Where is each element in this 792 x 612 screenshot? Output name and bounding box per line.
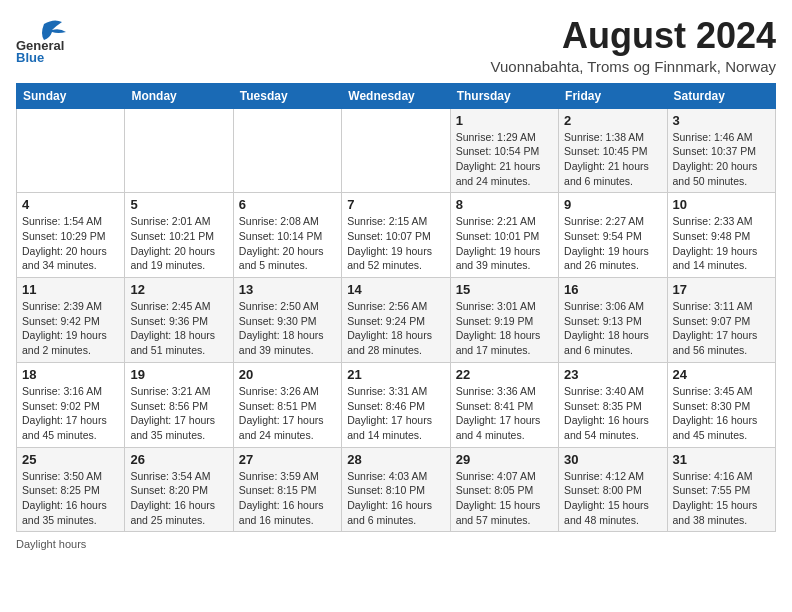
day-number: 30: [564, 452, 661, 467]
week-row-3: 11Sunrise: 2:39 AM Sunset: 9:42 PM Dayli…: [17, 278, 776, 363]
calendar-cell-w2d6: 9Sunrise: 2:27 AM Sunset: 9:54 PM Daylig…: [559, 193, 667, 278]
col-monday: Monday: [125, 83, 233, 108]
day-info: Sunrise: 2:45 AM Sunset: 9:36 PM Dayligh…: [130, 299, 227, 358]
day-number: 2: [564, 113, 661, 128]
day-number: 20: [239, 367, 336, 382]
calendar-cell-w4d6: 23Sunrise: 3:40 AM Sunset: 8:35 PM Dayli…: [559, 362, 667, 447]
day-info: Sunrise: 1:54 AM Sunset: 10:29 PM Daylig…: [22, 214, 119, 273]
day-info: Sunrise: 3:50 AM Sunset: 8:25 PM Dayligh…: [22, 469, 119, 528]
day-number: 27: [239, 452, 336, 467]
title-area: August 2024 Vuonnabahta, Troms og Finnma…: [491, 16, 776, 75]
col-wednesday: Wednesday: [342, 83, 450, 108]
day-number: 31: [673, 452, 770, 467]
day-number: 24: [673, 367, 770, 382]
col-tuesday: Tuesday: [233, 83, 341, 108]
day-info: Sunrise: 3:54 AM Sunset: 8:20 PM Dayligh…: [130, 469, 227, 528]
day-info: Sunrise: 3:06 AM Sunset: 9:13 PM Dayligh…: [564, 299, 661, 358]
calendar-cell-w2d2: 5Sunrise: 2:01 AM Sunset: 10:21 PM Dayli…: [125, 193, 233, 278]
day-info: Sunrise: 3:59 AM Sunset: 8:15 PM Dayligh…: [239, 469, 336, 528]
calendar-cell-w2d3: 6Sunrise: 2:08 AM Sunset: 10:14 PM Dayli…: [233, 193, 341, 278]
calendar-cell-w3d7: 17Sunrise: 3:11 AM Sunset: 9:07 PM Dayli…: [667, 278, 775, 363]
day-number: 15: [456, 282, 553, 297]
subtitle: Vuonnabahta, Troms og Finnmark, Norway: [491, 58, 776, 75]
calendar-cell-w1d5: 1Sunrise: 1:29 AM Sunset: 10:54 PM Dayli…: [450, 108, 558, 193]
col-saturday: Saturday: [667, 83, 775, 108]
day-number: 18: [22, 367, 119, 382]
day-number: 26: [130, 452, 227, 467]
day-info: Sunrise: 1:46 AM Sunset: 10:37 PM Daylig…: [673, 130, 770, 189]
day-number: 11: [22, 282, 119, 297]
calendar: Sunday Monday Tuesday Wednesday Thursday…: [16, 83, 776, 533]
day-info: Sunrise: 1:29 AM Sunset: 10:54 PM Daylig…: [456, 130, 553, 189]
day-number: 3: [673, 113, 770, 128]
day-info: Sunrise: 2:33 AM Sunset: 9:48 PM Dayligh…: [673, 214, 770, 273]
day-number: 7: [347, 197, 444, 212]
day-number: 5: [130, 197, 227, 212]
day-number: 19: [130, 367, 227, 382]
day-number: 23: [564, 367, 661, 382]
day-number: 4: [22, 197, 119, 212]
day-info: Sunrise: 2:56 AM Sunset: 9:24 PM Dayligh…: [347, 299, 444, 358]
day-info: Sunrise: 3:26 AM Sunset: 8:51 PM Dayligh…: [239, 384, 336, 443]
day-number: 28: [347, 452, 444, 467]
day-number: 13: [239, 282, 336, 297]
calendar-cell-w2d7: 10Sunrise: 2:33 AM Sunset: 9:48 PM Dayli…: [667, 193, 775, 278]
day-info: Sunrise: 4:16 AM Sunset: 7:55 PM Dayligh…: [673, 469, 770, 528]
day-number: 12: [130, 282, 227, 297]
page-container: General Blue August 2024 Vuonnabahta, Tr…: [16, 16, 776, 550]
day-info: Sunrise: 2:15 AM Sunset: 10:07 PM Daylig…: [347, 214, 444, 273]
calendar-cell-w4d4: 21Sunrise: 3:31 AM Sunset: 8:46 PM Dayli…: [342, 362, 450, 447]
calendar-cell-w3d5: 15Sunrise: 3:01 AM Sunset: 9:19 PM Dayli…: [450, 278, 558, 363]
calendar-cell-w5d2: 26Sunrise: 3:54 AM Sunset: 8:20 PM Dayli…: [125, 447, 233, 532]
calendar-cell-w4d2: 19Sunrise: 3:21 AM Sunset: 8:56 PM Dayli…: [125, 362, 233, 447]
day-number: 22: [456, 367, 553, 382]
day-info: Sunrise: 4:07 AM Sunset: 8:05 PM Dayligh…: [456, 469, 553, 528]
day-info: Sunrise: 3:11 AM Sunset: 9:07 PM Dayligh…: [673, 299, 770, 358]
week-row-1: 1Sunrise: 1:29 AM Sunset: 10:54 PM Dayli…: [17, 108, 776, 193]
footer-note: Daylight hours: [16, 538, 776, 550]
header: General Blue August 2024 Vuonnabahta, Tr…: [16, 16, 776, 75]
calendar-cell-w2d4: 7Sunrise: 2:15 AM Sunset: 10:07 PM Dayli…: [342, 193, 450, 278]
week-row-4: 18Sunrise: 3:16 AM Sunset: 9:02 PM Dayli…: [17, 362, 776, 447]
week-row-5: 25Sunrise: 3:50 AM Sunset: 8:25 PM Dayli…: [17, 447, 776, 532]
calendar-cell-w3d6: 16Sunrise: 3:06 AM Sunset: 9:13 PM Dayli…: [559, 278, 667, 363]
calendar-cell-w4d7: 24Sunrise: 3:45 AM Sunset: 8:30 PM Dayli…: [667, 362, 775, 447]
day-info: Sunrise: 2:39 AM Sunset: 9:42 PM Dayligh…: [22, 299, 119, 358]
day-info: Sunrise: 1:38 AM Sunset: 10:45 PM Daylig…: [564, 130, 661, 189]
calendar-cell-w1d4: [342, 108, 450, 193]
calendar-cell-w3d4: 14Sunrise: 2:56 AM Sunset: 9:24 PM Dayli…: [342, 278, 450, 363]
calendar-cell-w5d7: 31Sunrise: 4:16 AM Sunset: 7:55 PM Dayli…: [667, 447, 775, 532]
calendar-cell-w4d5: 22Sunrise: 3:36 AM Sunset: 8:41 PM Dayli…: [450, 362, 558, 447]
col-thursday: Thursday: [450, 83, 558, 108]
day-number: 16: [564, 282, 661, 297]
day-info: Sunrise: 4:03 AM Sunset: 8:10 PM Dayligh…: [347, 469, 444, 528]
logo: General Blue: [16, 16, 72, 62]
col-sunday: Sunday: [17, 83, 125, 108]
calendar-header-row: Sunday Monday Tuesday Wednesday Thursday…: [17, 83, 776, 108]
week-row-2: 4Sunrise: 1:54 AM Sunset: 10:29 PM Dayli…: [17, 193, 776, 278]
calendar-cell-w2d5: 8Sunrise: 2:21 AM Sunset: 10:01 PM Dayli…: [450, 193, 558, 278]
calendar-cell-w1d2: [125, 108, 233, 193]
calendar-cell-w3d2: 12Sunrise: 2:45 AM Sunset: 9:36 PM Dayli…: [125, 278, 233, 363]
day-info: Sunrise: 2:08 AM Sunset: 10:14 PM Daylig…: [239, 214, 336, 273]
calendar-cell-w2d1: 4Sunrise: 1:54 AM Sunset: 10:29 PM Dayli…: [17, 193, 125, 278]
day-number: 8: [456, 197, 553, 212]
day-number: 17: [673, 282, 770, 297]
day-info: Sunrise: 3:01 AM Sunset: 9:19 PM Dayligh…: [456, 299, 553, 358]
day-number: 21: [347, 367, 444, 382]
day-info: Sunrise: 3:31 AM Sunset: 8:46 PM Dayligh…: [347, 384, 444, 443]
col-friday: Friday: [559, 83, 667, 108]
day-number: 1: [456, 113, 553, 128]
calendar-cell-w3d3: 13Sunrise: 2:50 AM Sunset: 9:30 PM Dayli…: [233, 278, 341, 363]
day-info: Sunrise: 3:45 AM Sunset: 8:30 PM Dayligh…: [673, 384, 770, 443]
calendar-cell-w5d6: 30Sunrise: 4:12 AM Sunset: 8:00 PM Dayli…: [559, 447, 667, 532]
day-number: 6: [239, 197, 336, 212]
logo-icon: General Blue: [16, 16, 68, 62]
calendar-cell-w5d4: 28Sunrise: 4:03 AM Sunset: 8:10 PM Dayli…: [342, 447, 450, 532]
calendar-cell-w5d1: 25Sunrise: 3:50 AM Sunset: 8:25 PM Dayli…: [17, 447, 125, 532]
day-info: Sunrise: 2:27 AM Sunset: 9:54 PM Dayligh…: [564, 214, 661, 273]
day-info: Sunrise: 3:40 AM Sunset: 8:35 PM Dayligh…: [564, 384, 661, 443]
svg-text:Blue: Blue: [16, 50, 44, 62]
day-info: Sunrise: 2:21 AM Sunset: 10:01 PM Daylig…: [456, 214, 553, 273]
calendar-cell-w4d3: 20Sunrise: 3:26 AM Sunset: 8:51 PM Dayli…: [233, 362, 341, 447]
